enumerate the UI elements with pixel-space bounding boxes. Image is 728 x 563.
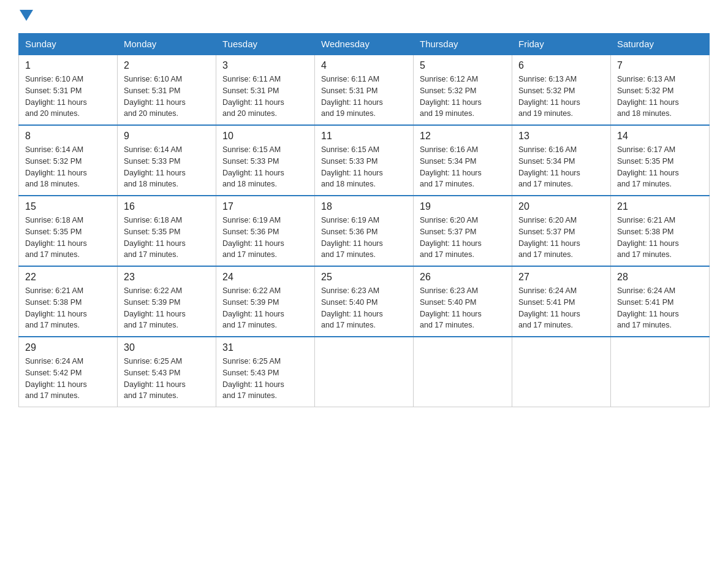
day-of-week-header: Monday bbox=[118, 34, 216, 55]
calendar-cell: 28 Sunrise: 6:24 AMSunset: 5:41 PMDaylig… bbox=[611, 266, 710, 337]
day-of-week-header: Sunday bbox=[19, 34, 118, 55]
calendar-cell: 5 Sunrise: 6:12 AMSunset: 5:32 PMDayligh… bbox=[414, 55, 512, 125]
calendar-cell: 22 Sunrise: 6:21 AMSunset: 5:38 PMDaylig… bbox=[19, 266, 118, 337]
day-info: Sunrise: 6:19 AMSunset: 5:36 PMDaylight:… bbox=[222, 215, 308, 261]
calendar-cell: 24 Sunrise: 6:22 AMSunset: 5:39 PMDaylig… bbox=[216, 266, 315, 337]
day-info: Sunrise: 6:12 AMSunset: 5:32 PMDaylight:… bbox=[420, 74, 506, 120]
day-of-week-header: Friday bbox=[512, 34, 611, 55]
calendar-cell: 2 Sunrise: 6:10 AMSunset: 5:31 PMDayligh… bbox=[118, 55, 216, 125]
day-number: 18 bbox=[321, 201, 407, 212]
day-info: Sunrise: 6:10 AMSunset: 5:31 PMDaylight:… bbox=[25, 74, 111, 120]
calendar-cell: 6 Sunrise: 6:13 AMSunset: 5:32 PMDayligh… bbox=[512, 55, 611, 125]
day-info: Sunrise: 6:22 AMSunset: 5:39 PMDaylight:… bbox=[124, 285, 210, 331]
day-number: 4 bbox=[321, 60, 407, 71]
day-number: 20 bbox=[518, 201, 604, 212]
day-info: Sunrise: 6:24 AMSunset: 5:41 PMDaylight:… bbox=[617, 285, 703, 331]
day-number: 17 bbox=[222, 201, 308, 212]
calendar-cell: 30 Sunrise: 6:25 AMSunset: 5:43 PMDaylig… bbox=[118, 337, 216, 407]
day-number: 29 bbox=[25, 342, 111, 353]
day-number: 24 bbox=[222, 272, 308, 283]
day-info: Sunrise: 6:16 AMSunset: 5:34 PMDaylight:… bbox=[518, 144, 604, 190]
calendar-cell: 23 Sunrise: 6:22 AMSunset: 5:39 PMDaylig… bbox=[118, 266, 216, 337]
day-info: Sunrise: 6:11 AMSunset: 5:31 PMDaylight:… bbox=[321, 74, 407, 120]
calendar-cell: 14 Sunrise: 6:17 AMSunset: 5:35 PMDaylig… bbox=[611, 125, 710, 196]
day-number: 22 bbox=[25, 272, 111, 283]
calendar-cell: 3 Sunrise: 6:11 AMSunset: 5:31 PMDayligh… bbox=[216, 55, 315, 125]
calendar-cell: 20 Sunrise: 6:20 AMSunset: 5:37 PMDaylig… bbox=[512, 196, 611, 266]
day-of-week-header: Tuesday bbox=[216, 34, 315, 55]
day-number: 15 bbox=[25, 201, 111, 212]
day-number: 26 bbox=[420, 272, 506, 283]
day-info: Sunrise: 6:20 AMSunset: 5:37 PMDaylight:… bbox=[518, 215, 604, 261]
logo bbox=[18, 12, 33, 21]
day-number: 23 bbox=[124, 272, 210, 283]
day-number: 27 bbox=[518, 272, 604, 283]
day-info: Sunrise: 6:24 AMSunset: 5:41 PMDaylight:… bbox=[518, 285, 604, 331]
day-info: Sunrise: 6:24 AMSunset: 5:42 PMDaylight:… bbox=[25, 356, 111, 402]
day-number: 5 bbox=[420, 60, 506, 71]
svg-marker-0 bbox=[20, 10, 33, 21]
calendar-cell bbox=[512, 337, 611, 407]
day-number: 13 bbox=[518, 131, 604, 142]
calendar-cell: 21 Sunrise: 6:21 AMSunset: 5:38 PMDaylig… bbox=[611, 196, 710, 266]
day-number: 16 bbox=[124, 201, 210, 212]
day-info: Sunrise: 6:18 AMSunset: 5:35 PMDaylight:… bbox=[124, 215, 210, 261]
calendar-cell: 8 Sunrise: 6:14 AMSunset: 5:32 PMDayligh… bbox=[19, 125, 118, 196]
day-info: Sunrise: 6:19 AMSunset: 5:36 PMDaylight:… bbox=[321, 215, 407, 261]
day-of-week-header: Thursday bbox=[414, 34, 512, 55]
calendar-cell: 13 Sunrise: 6:16 AMSunset: 5:34 PMDaylig… bbox=[512, 125, 611, 196]
day-number: 9 bbox=[124, 131, 210, 142]
day-number: 10 bbox=[222, 131, 308, 142]
day-info: Sunrise: 6:21 AMSunset: 5:38 PMDaylight:… bbox=[25, 285, 111, 331]
day-info: Sunrise: 6:14 AMSunset: 5:32 PMDaylight:… bbox=[25, 144, 111, 190]
calendar-cell: 31 Sunrise: 6:25 AMSunset: 5:43 PMDaylig… bbox=[216, 337, 315, 407]
calendar-cell: 18 Sunrise: 6:19 AMSunset: 5:36 PMDaylig… bbox=[315, 196, 414, 266]
calendar-cell: 1 Sunrise: 6:10 AMSunset: 5:31 PMDayligh… bbox=[19, 55, 118, 125]
calendar-cell: 7 Sunrise: 6:13 AMSunset: 5:32 PMDayligh… bbox=[611, 55, 710, 125]
day-info: Sunrise: 6:10 AMSunset: 5:31 PMDaylight:… bbox=[124, 74, 210, 120]
day-info: Sunrise: 6:20 AMSunset: 5:37 PMDaylight:… bbox=[420, 215, 506, 261]
day-info: Sunrise: 6:14 AMSunset: 5:33 PMDaylight:… bbox=[124, 144, 210, 190]
calendar-cell bbox=[414, 337, 512, 407]
calendar-cell: 25 Sunrise: 6:23 AMSunset: 5:40 PMDaylig… bbox=[315, 266, 414, 337]
day-number: 8 bbox=[25, 131, 111, 142]
day-number: 25 bbox=[321, 272, 407, 283]
calendar-cell: 12 Sunrise: 6:16 AMSunset: 5:34 PMDaylig… bbox=[414, 125, 512, 196]
calendar-cell: 4 Sunrise: 6:11 AMSunset: 5:31 PMDayligh… bbox=[315, 55, 414, 125]
day-info: Sunrise: 6:25 AMSunset: 5:43 PMDaylight:… bbox=[124, 356, 210, 402]
calendar-cell: 27 Sunrise: 6:24 AMSunset: 5:41 PMDaylig… bbox=[512, 266, 611, 337]
day-number: 21 bbox=[617, 201, 703, 212]
day-info: Sunrise: 6:16 AMSunset: 5:34 PMDaylight:… bbox=[420, 144, 506, 190]
day-number: 3 bbox=[222, 60, 308, 71]
calendar-cell: 11 Sunrise: 6:15 AMSunset: 5:33 PMDaylig… bbox=[315, 125, 414, 196]
calendar-table: SundayMondayTuesdayWednesdayThursdayFrid… bbox=[18, 33, 710, 407]
day-info: Sunrise: 6:13 AMSunset: 5:32 PMDaylight:… bbox=[518, 74, 604, 120]
calendar-cell: 17 Sunrise: 6:19 AMSunset: 5:36 PMDaylig… bbox=[216, 196, 315, 266]
day-number: 12 bbox=[420, 131, 506, 142]
day-number: 2 bbox=[124, 60, 210, 71]
day-info: Sunrise: 6:22 AMSunset: 5:39 PMDaylight:… bbox=[222, 285, 308, 331]
calendar-week-row: 8 Sunrise: 6:14 AMSunset: 5:32 PMDayligh… bbox=[19, 125, 710, 196]
calendar-cell bbox=[611, 337, 710, 407]
page-header bbox=[18, 12, 710, 21]
day-info: Sunrise: 6:17 AMSunset: 5:35 PMDaylight:… bbox=[617, 144, 703, 190]
day-info: Sunrise: 6:11 AMSunset: 5:31 PMDaylight:… bbox=[222, 74, 308, 120]
calendar-week-row: 29 Sunrise: 6:24 AMSunset: 5:42 PMDaylig… bbox=[19, 337, 710, 407]
day-number: 19 bbox=[420, 201, 506, 212]
day-info: Sunrise: 6:15 AMSunset: 5:33 PMDaylight:… bbox=[321, 144, 407, 190]
calendar-cell: 26 Sunrise: 6:23 AMSunset: 5:40 PMDaylig… bbox=[414, 266, 512, 337]
day-number: 6 bbox=[518, 60, 604, 71]
day-info: Sunrise: 6:21 AMSunset: 5:38 PMDaylight:… bbox=[617, 215, 703, 261]
day-info: Sunrise: 6:25 AMSunset: 5:43 PMDaylight:… bbox=[222, 356, 308, 402]
logo-triangle-icon bbox=[20, 10, 33, 23]
day-number: 11 bbox=[321, 131, 407, 142]
day-number: 14 bbox=[617, 131, 703, 142]
day-of-week-header: Wednesday bbox=[315, 34, 414, 55]
calendar-week-row: 15 Sunrise: 6:18 AMSunset: 5:35 PMDaylig… bbox=[19, 196, 710, 266]
day-number: 1 bbox=[25, 60, 111, 71]
day-number: 30 bbox=[124, 342, 210, 353]
day-info: Sunrise: 6:15 AMSunset: 5:33 PMDaylight:… bbox=[222, 144, 308, 190]
calendar-cell bbox=[315, 337, 414, 407]
calendar-cell: 19 Sunrise: 6:20 AMSunset: 5:37 PMDaylig… bbox=[414, 196, 512, 266]
day-of-week-header: Saturday bbox=[611, 34, 710, 55]
